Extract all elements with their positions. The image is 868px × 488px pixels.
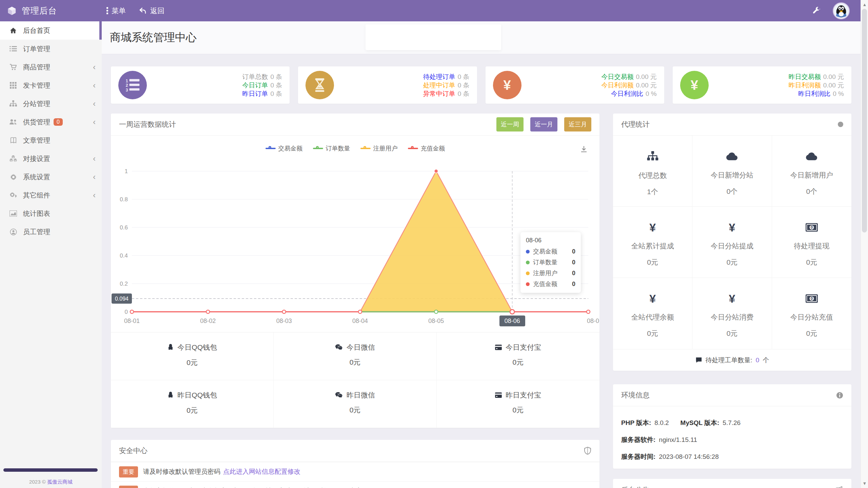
stat-cards-row: 123 订单总数0 条 今日订单0 条 昨日订单0 条 待处理订单0 条 处理中…	[111, 66, 851, 104]
sidebar-item-integration[interactable]: 对接设置 ‹	[0, 149, 102, 168]
qq-icon	[167, 344, 174, 351]
money-bill-icon: 0	[806, 222, 818, 233]
agent-label: 今日分站消费	[692, 312, 771, 322]
menu-button[interactable]: 菜单	[106, 6, 126, 16]
qq-icon	[167, 391, 174, 399]
copyright-link[interactable]: 孤傲云商城	[47, 479, 73, 485]
legend-item-orders[interactable]: 订单数量	[313, 144, 350, 152]
sidebar-item-settings[interactable]: 系统设置 ‹	[0, 168, 102, 186]
environment-header: 环境信息	[613, 384, 851, 406]
user-avatar[interactable]	[833, 2, 850, 19]
wrench-icon[interactable]	[812, 6, 821, 15]
range-quarter-button[interactable]: 近三月	[564, 117, 591, 131]
agent-cell-pending-withdraw: 0 待处理提现 0元	[772, 207, 851, 278]
agent-value: 0个	[772, 187, 851, 196]
legend-item-trade[interactable]: 交易金额	[265, 144, 303, 152]
agent-label: 今日分站充值	[772, 312, 851, 322]
server-software-value: nginx/1.15.11	[659, 436, 697, 443]
payment-cell-yesterday-wechat: 昨日微信 0元	[274, 380, 436, 428]
yen-icon: ¥	[680, 71, 709, 99]
sidebar-item-orders[interactable]: 订单管理	[0, 40, 102, 58]
cubes-icon	[9, 155, 18, 162]
agent-value: 1个	[613, 187, 692, 197]
stat-label: 昨日订单	[242, 90, 268, 97]
stat-card-rows: 订单总数0 条 今日订单0 条 昨日订单0 条	[242, 73, 290, 98]
stat-card-rows: 昨日交易额0.00 元 昨日利润额0.00 元 昨日利润比0 %	[789, 73, 851, 98]
gear-icon	[9, 173, 18, 181]
pending-tickets-row: 待处理工单数量: 0 个	[613, 349, 851, 371]
legend-item-recharge[interactable]: 充值金额	[408, 144, 445, 152]
sidebar-item-home[interactable]: 后台首页	[0, 21, 102, 40]
back-button[interactable]: 返回	[139, 6, 164, 16]
sidebar-item-charts[interactable]: 统计图表	[0, 204, 102, 223]
tooltip-date: 08-06	[526, 237, 575, 244]
sidebar-item-label: 系统设置	[23, 172, 50, 182]
mysql-version-value: 5.7.26	[723, 419, 741, 426]
title-bar: 商城系统管理中心	[102, 21, 861, 54]
logo[interactable]: 管理后台	[0, 0, 102, 21]
sidebar-item-products[interactable]: 商品管理 ‹	[0, 58, 102, 76]
yen-icon: ¥	[729, 222, 735, 233]
security-text: 当前主机的数据库用户名与密码相同，极易被黑客破解，请及时修改数据库密码	[143, 487, 369, 488]
sidebar-item-label: 员工管理	[23, 227, 50, 237]
x-axis-pointer-badge: 08-06	[499, 316, 525, 326]
chevron-left-icon: ‹	[93, 191, 96, 199]
right-column: 代理统计 代理总数 1个 今日新增分站	[613, 114, 851, 488]
stat-label: 今日交易额	[601, 73, 633, 80]
svg-text:08-02: 08-02	[200, 318, 216, 324]
series-dot	[526, 271, 530, 275]
weekly-stats-card: 一周运营数据统计 近一周 近一月 近三月 交易金额	[111, 114, 599, 428]
security-item: 重要 当前主机的数据库用户名与密码相同，极易被黑客破解，请及时修改数据库密码	[111, 481, 599, 488]
agent-label: 待处理提现	[772, 241, 851, 251]
range-month-button[interactable]: 近一月	[530, 117, 557, 131]
scroll-thumb[interactable]	[862, 9, 867, 232]
payment-label: 今日支付宝	[506, 343, 541, 352]
qq-penguin-avatar	[833, 3, 849, 19]
notice-card: 后台公告	[613, 479, 851, 488]
wechat-icon	[335, 392, 343, 399]
php-version-value: 8.0.2	[654, 419, 669, 426]
svg-text:08-03: 08-03	[276, 318, 292, 324]
sidebar-item-cards[interactable]: 发卡管理 ‹	[0, 76, 102, 95]
cart-icon	[9, 63, 18, 71]
server-time-value: 2023-08-07 14:56:28	[659, 453, 718, 460]
payment-value: 0元	[274, 358, 436, 367]
scroll-down-arrow[interactable]: ▼	[861, 481, 868, 486]
security-item: 重要 请及时修改默认管理员密码 点此进入网站信息配置修改	[111, 462, 599, 481]
stat-label: 待处理订单	[423, 73, 455, 80]
chat-icon	[695, 357, 702, 364]
payment-cell-yesterday-alipay: 昨日支付宝 0元	[437, 380, 599, 428]
stat-label: 昨日利润比	[798, 90, 830, 97]
sidebar-item-suppliers[interactable]: 供货管理 0 ‹	[0, 113, 102, 131]
sidebar-item-staff[interactable]: 员工管理	[0, 223, 102, 241]
security-config-link[interactable]: 点此进入网站信息配置修改	[223, 467, 300, 476]
hover-marker	[510, 310, 514, 314]
payments-grid: 今日QQ钱包 0元 今日微信 0元 今日支付宝 0元	[111, 332, 599, 428]
chart-legend: 交易金额 订单数量 注册用户	[111, 144, 599, 152]
payment-cell-yesterday-qq: 昨日QQ钱包 0元	[111, 380, 274, 428]
payment-cell-today-qq: 今日QQ钱包 0元	[111, 332, 274, 380]
content: 123 订单总数0 条 今日订单0 条 昨日订单0 条 待处理订单0 条 处理中…	[102, 54, 861, 488]
sidebar-item-label: 后台首页	[23, 26, 50, 35]
sitemap-icon	[647, 150, 658, 162]
payment-cell-today-wechat: 今日微信 0元	[274, 332, 436, 380]
page-title: 商城系统管理中心	[110, 30, 197, 45]
sidebar-item-label: 订单管理	[23, 44, 50, 54]
payment-label: 昨日QQ钱包	[177, 390, 217, 400]
sidebar-item-substations[interactable]: 分站管理 ‹	[0, 95, 102, 113]
scroll-up-arrow[interactable]: ▲	[861, 2, 868, 7]
sidebar-item-articles[interactable]: 文章管理	[0, 131, 102, 149]
pending-tickets-label: 待处理工单数量:	[706, 356, 752, 365]
svg-text:0.2: 0.2	[120, 281, 128, 287]
legend-item-users[interactable]: 注册用户	[360, 144, 398, 152]
sidebar-item-components[interactable]: 其它组件 ‹	[0, 186, 102, 204]
users-icon	[9, 118, 18, 126]
peak-marker	[434, 169, 438, 173]
page-scrollbar[interactable]: ▲ ▼	[861, 0, 868, 488]
range-week-button[interactable]: 近一周	[496, 117, 524, 131]
sidebar-item-label: 发卡管理	[23, 81, 50, 90]
agent-grid: 代理总数 1个 今日新增分站 0个 今日新增用户 0	[613, 136, 851, 349]
back-arrow-icon	[139, 7, 147, 15]
agent-stats-card: 代理统计 代理总数 1个 今日新增分站	[613, 114, 851, 371]
stat-label: 异常中订单	[423, 90, 455, 97]
